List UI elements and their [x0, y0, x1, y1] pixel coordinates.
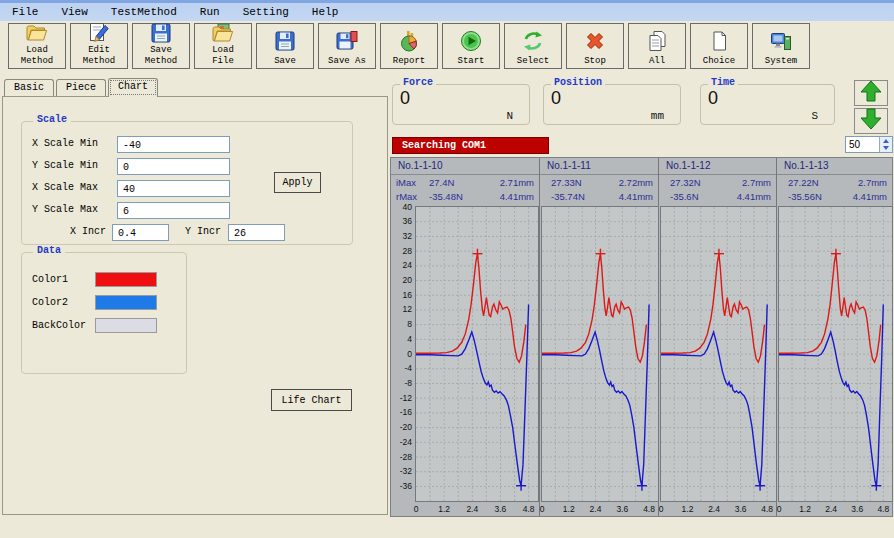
y-tick-label: 32	[391, 231, 412, 241]
chart-panel-no-1-1-11: No.1-1-1127.33N2.72mm-35.74N4.41mm01.22.…	[539, 158, 658, 516]
x-scale-min-input[interactable]	[117, 136, 230, 153]
stat-position-value: 4.41mm	[500, 191, 534, 204]
menu-item-testmethod[interactable]: TestMethod	[109, 5, 179, 19]
color2-swatch[interactable]	[95, 295, 157, 310]
jog-up-button[interactable]	[854, 80, 888, 106]
data-group: Data Color1Color2BackColor	[21, 252, 187, 374]
stat-position-value: 4.41mm	[737, 191, 771, 204]
chart-tab-page: Scale X Scale MinY Scale MinX Scale MaxY…	[2, 96, 388, 515]
panel-title: No.1-1-11	[540, 158, 658, 175]
toolbar-button-label: Load Method	[21, 45, 53, 66]
backcolor-swatch[interactable]	[95, 318, 157, 333]
menu-item-help[interactable]: Help	[310, 5, 340, 19]
spinner-up-button[interactable]	[879, 137, 892, 145]
stat-row-rmax: -35.56N4.41mm	[777, 191, 892, 204]
stat-force-value: -35.74N	[545, 191, 619, 204]
save-button[interactable]: Save	[256, 23, 314, 69]
y-scale-max-input[interactable]	[117, 202, 230, 219]
x-axis-labels: 01.22.43.64.8	[391, 504, 539, 517]
time-unit: S	[811, 110, 818, 122]
y-incr-input[interactable]	[228, 224, 285, 241]
x-axis-labels: 01.22.43.64.8	[540, 504, 658, 517]
menu-bar: FileViewTestMethodRunSettingHelp	[0, 0, 894, 21]
menu-item-setting[interactable]: Setting	[241, 5, 291, 19]
document-icon	[707, 26, 731, 56]
tab-chart[interactable]: Chart	[108, 78, 158, 97]
plot-area	[415, 206, 539, 502]
panel-stats: 27.32N2.7mm-35.6N4.41mm	[659, 177, 776, 205]
menu-item-run[interactable]: Run	[198, 5, 222, 19]
load-method-button[interactable]: Load Method	[8, 23, 66, 69]
panel-stats: iMax27.4N2.71mmrMax-35.48N4.41mm	[391, 177, 539, 205]
save-method-button[interactable]: Save Method	[132, 23, 190, 69]
up-arrow-icon	[859, 80, 883, 107]
select-button[interactable]: Select	[504, 23, 562, 69]
toolbar-button-label: Stop	[584, 56, 606, 66]
application-window: FileViewTestMethodRunSettingHelp Load Me…	[0, 0, 894, 538]
chart-count-spinner[interactable]: 50	[845, 136, 893, 153]
chart-area: No.1-1-10iMax27.4N2.71mmrMax-35.48N4.41m…	[390, 157, 893, 517]
menu-item-view[interactable]: View	[59, 5, 89, 19]
y-tick-label: -36	[391, 481, 412, 491]
stat-force-value: -35.56N	[782, 191, 853, 204]
x-tick-label: 3.6	[844, 504, 870, 514]
y-scale-min-input[interactable]	[117, 158, 230, 175]
tab-piece[interactable]: Piece	[56, 79, 106, 97]
play-circle-icon	[459, 26, 483, 56]
y-tick-label: -8	[391, 378, 412, 388]
stat-force-value: 27.22N	[782, 177, 858, 190]
x-axis-labels: 01.22.43.64.8	[659, 504, 776, 517]
y-tick-label: -12	[391, 393, 412, 403]
stat-position-value: 2.7mm	[742, 177, 771, 190]
x-incr-input[interactable]	[112, 224, 169, 241]
stat-position-value: 4.41mm	[853, 191, 887, 204]
x-tick-label: 1.2	[431, 504, 457, 514]
pie-report-icon	[397, 26, 421, 56]
color1-swatch[interactable]	[95, 272, 157, 287]
menu-item-file[interactable]: File	[10, 5, 40, 19]
load-file-button[interactable]: Load File	[194, 23, 252, 69]
x-tick-label: 1.2	[675, 504, 701, 514]
color2-label: Color2	[32, 297, 68, 308]
tab-basic[interactable]: Basic	[4, 79, 54, 97]
y-tick-label: -28	[391, 452, 412, 462]
y-tick-label: 8	[391, 319, 412, 329]
stat-position-value: 2.7mm	[858, 177, 887, 190]
tab-strip: BasicPieceChart	[4, 78, 158, 96]
save-as-button[interactable]: Save As	[318, 23, 376, 69]
stat-position-value: 2.72mm	[619, 177, 653, 190]
all-button[interactable]: All	[628, 23, 686, 69]
stat-force-value: -35.48N	[423, 191, 500, 204]
stop-button[interactable]: Stop	[566, 23, 624, 69]
jog-down-button[interactable]	[854, 108, 888, 134]
plot-svg	[542, 207, 658, 503]
x-tick-label: 1.2	[556, 504, 582, 514]
plot-svg	[779, 207, 892, 503]
incr-fields: X IncrY Incr	[22, 224, 352, 241]
y-tick-label: 4	[391, 334, 412, 344]
y-tick-label: 0	[391, 349, 412, 359]
time-caption: Time	[708, 77, 738, 88]
y-tick-label: 12	[391, 304, 412, 314]
recycle-arrows-icon	[521, 26, 545, 56]
stat-row-rmax: -35.74N4.41mm	[540, 191, 658, 204]
life-chart-button[interactable]: Life Chart	[271, 389, 352, 411]
apply-button[interactable]: Apply	[274, 172, 321, 193]
report-button[interactable]: Report	[380, 23, 438, 69]
computer-icon	[769, 26, 793, 56]
start-button[interactable]: Start	[442, 23, 500, 69]
chart-panel-no-1-1-13: No.1-1-1327.22N2.7mm-35.56N4.41mm01.22.4…	[776, 158, 892, 516]
panel-title: No.1-1-12	[659, 158, 776, 175]
plot-svg	[416, 207, 538, 503]
x-scale-max-input[interactable]	[117, 180, 230, 197]
stat-force-value: -35.6N	[664, 191, 737, 204]
system-button[interactable]: System	[752, 23, 810, 69]
spinner-down-button[interactable]	[879, 145, 892, 153]
x-scale-min-label: X Scale Min	[32, 138, 98, 149]
edit-method-button[interactable]: Edit Method	[70, 23, 128, 69]
spinner-up-icon	[883, 139, 889, 143]
choice-button[interactable]: Choice	[690, 23, 748, 69]
spinner-value: 50	[849, 139, 860, 150]
stat-position-value: 2.71mm	[500, 177, 534, 190]
toolbar-button-label: Choice	[703, 56, 735, 66]
